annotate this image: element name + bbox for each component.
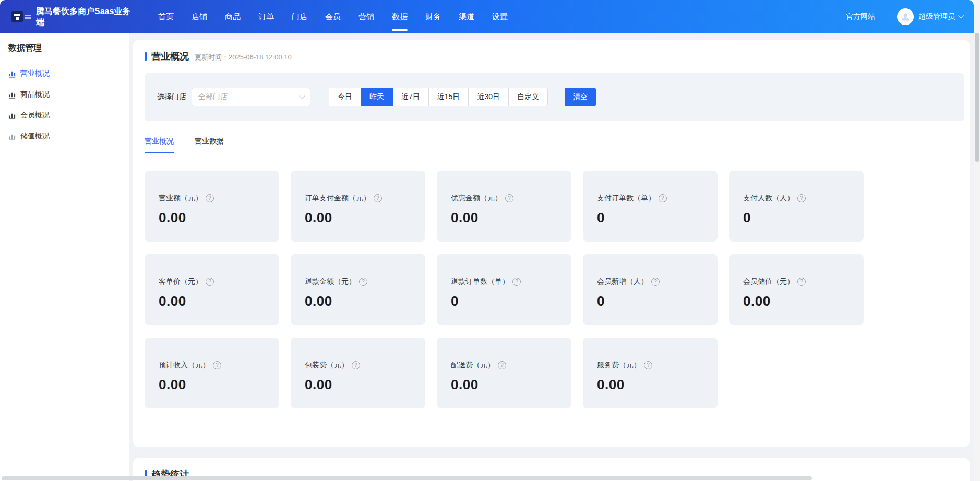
official-site-link[interactable]: 官方网站	[846, 12, 875, 21]
nav-menu-item[interactable]: 设置	[492, 0, 508, 33]
store-select[interactable]: 全部门店	[192, 88, 310, 106]
stat-label: 支付人数（人）	[743, 194, 794, 203]
sidebar: 数据管理 营业概况	[0, 33, 129, 481]
store-select-label: 选择门店	[157, 92, 186, 102]
stat-label: 预计收入（元）	[159, 360, 210, 370]
nav-menu-item[interactable]: 商品	[225, 0, 241, 33]
business-overview-panel: 营业概况 更新时间：2025-06-18 12:00:10 选择门店 全部门店	[133, 40, 970, 447]
sidebar-item-label: 营业概况	[20, 69, 50, 78]
stat-card: 服务费（元） ? 0.00	[583, 338, 718, 408]
stat-card: 客单价（元） ? 0.00	[145, 254, 279, 325]
stat-label-row: 退款金额（元） ?	[305, 277, 417, 286]
date-range-label: 自定义	[517, 92, 539, 102]
stat-value: 0.00	[451, 377, 563, 393]
stat-label-row: 配送费（元） ?	[451, 360, 563, 370]
stat-card: 会员储值（元） ? 0.00	[729, 254, 864, 325]
date-range-button[interactable]: 自定义	[508, 88, 548, 106]
nav-menu-item-label: 首页	[158, 12, 174, 22]
help-icon[interactable]: ?	[512, 278, 521, 286]
stat-card: 预计收入（元） ? 0.00	[145, 338, 279, 408]
help-icon[interactable]: ?	[659, 194, 667, 202]
stat-card: 订单支付金额（元） ? 0.00	[291, 171, 425, 242]
nav-menu-item[interactable]: 订单	[258, 0, 274, 33]
nav-menu-item-label: 会员	[325, 12, 341, 22]
nav-menu-item[interactable]: 会员	[325, 0, 341, 33]
help-icon[interactable]: ?	[352, 361, 360, 369]
stat-value: 0	[451, 293, 563, 309]
stat-value: 0	[743, 210, 855, 226]
help-icon[interactable]: ?	[651, 278, 660, 286]
stat-label: 会员新增（人）	[597, 277, 648, 286]
stat-label-row: 会员储值（元） ?	[743, 277, 855, 286]
date-range-label: 近15日	[437, 92, 460, 102]
help-icon[interactable]: ?	[359, 278, 367, 286]
nav-menu-item-label: 店铺	[192, 12, 207, 22]
stat-label: 会员储值（元）	[743, 277, 794, 286]
help-icon[interactable]: ?	[797, 278, 806, 286]
date-range-label: 今日	[338, 92, 352, 102]
date-range-button[interactable]: 今日	[329, 88, 361, 106]
stat-label-row: 订单支付金额（元） ?	[305, 194, 417, 203]
sidebar-item[interactable]: 营业概况	[8, 63, 129, 84]
date-range-group: 今日 昨天 近7日	[329, 88, 548, 106]
sidebar-item[interactable]: 会员概况	[8, 105, 129, 126]
date-range-button[interactable]: 近30日	[468, 88, 509, 106]
user-avatar[interactable]	[897, 8, 914, 25]
clear-button[interactable]: 清空	[565, 88, 596, 106]
user-name[interactable]: 超级管理员	[918, 12, 955, 21]
stat-value: 0.00	[159, 293, 271, 309]
chevron-down-icon[interactable]	[958, 12, 964, 18]
stat-value: 0.00	[305, 377, 417, 393]
date-range-label: 昨天	[369, 92, 384, 102]
sidebar-item[interactable]: 储值概况	[8, 126, 129, 147]
help-icon[interactable]: ?	[206, 194, 214, 202]
nav-menu-item[interactable]: 数据	[392, 0, 408, 33]
bar-chart-icon	[8, 133, 16, 140]
help-icon[interactable]: ?	[206, 278, 214, 286]
nav-menu-item[interactable]: 店铺	[192, 0, 207, 33]
tab[interactable]: 营业概况	[145, 137, 174, 153]
nav-menu-item[interactable]: 营销	[358, 0, 374, 33]
stat-label-row: 客单价（元） ?	[159, 277, 271, 286]
help-icon[interactable]: ?	[505, 194, 513, 202]
nav-menu-item-label: 设置	[492, 12, 508, 22]
logo-icon	[11, 11, 23, 22]
stat-label-row: 支付人数（人） ?	[743, 194, 855, 203]
overview-tabs: 营业概况 营业数据	[145, 137, 964, 153]
stat-card: 包装费（元） ? 0.00	[291, 338, 425, 408]
sidebar-menu: 营业概况 商品概况	[8, 63, 129, 147]
nav-menu-item[interactable]: 门店	[292, 0, 307, 33]
brand-title: 腾马餐饮多商户Saas业务端	[36, 6, 136, 28]
nav-menu-item[interactable]: 首页	[158, 0, 174, 33]
tab[interactable]: 营业数据	[195, 137, 224, 153]
sidebar-divider	[4, 62, 116, 62]
stat-label-row: 服务费（元） ?	[597, 360, 709, 370]
stat-value: 0.00	[597, 377, 709, 393]
vertical-scrollbar-thumb[interactable]	[975, 33, 979, 162]
section-title: 营业概况	[151, 50, 189, 63]
stat-card: 退款订单数（单） ? 0	[437, 254, 571, 325]
help-icon[interactable]: ?	[644, 361, 652, 369]
horizontal-scrollbar-thumb[interactable]	[2, 476, 812, 480]
stat-label: 客单价（元）	[159, 277, 202, 286]
help-icon[interactable]: ?	[498, 361, 506, 369]
date-range-button[interactable]: 昨天	[361, 88, 393, 106]
nav-menu-item[interactable]: 财务	[425, 0, 441, 33]
help-icon[interactable]: ?	[213, 361, 221, 369]
sidebar-title: 数据管理	[8, 43, 129, 54]
nav-menu-item[interactable]: 渠道	[459, 0, 474, 33]
sidebar-item[interactable]: 商品概况	[8, 84, 129, 105]
stat-label-row: 退款订单数（单） ?	[451, 277, 563, 286]
logo-micro-text	[25, 14, 31, 20]
stat-label: 配送费（元）	[451, 360, 495, 370]
navbar-right: 官方网站 超级管理员	[846, 8, 963, 25]
help-icon[interactable]: ?	[797, 194, 806, 202]
stat-label-row: 预计收入（元） ?	[159, 360, 271, 370]
nav-menu-item-label: 数据	[392, 12, 408, 22]
help-icon[interactable]: ?	[374, 194, 382, 202]
date-range-button[interactable]: 近15日	[428, 88, 469, 106]
nav-menu-item-label: 渠道	[459, 12, 474, 22]
bar-chart-icon	[8, 91, 16, 99]
date-range-button[interactable]: 近7日	[392, 88, 429, 106]
tab-label: 营业概况	[145, 137, 174, 145]
